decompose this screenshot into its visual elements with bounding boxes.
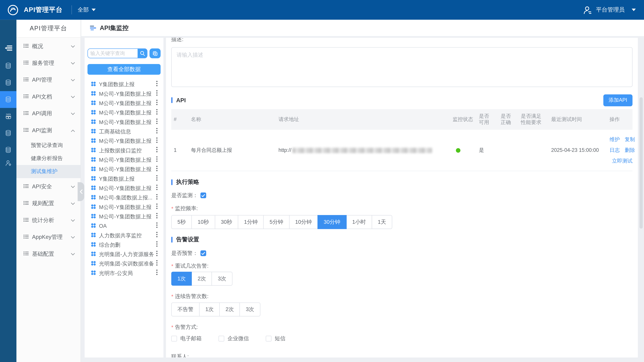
method-checkbox-企业微信[interactable]: 企业微信 <box>218 335 266 342</box>
consecutive-option-3次[interactable]: 3次 <box>240 303 260 317</box>
op-link-复制[interactable]: 复制 <box>625 134 635 145</box>
more-vertical-icon[interactable] <box>156 156 158 164</box>
list-item[interactable]: Y集团数据上报 <box>88 80 161 89</box>
sidebar-item-API监测[interactable]: API监测 <box>16 122 80 139</box>
database-icon[interactable] <box>0 94 16 104</box>
op-link-维护[interactable]: 维护 <box>610 134 620 145</box>
sidebar-item-API文档[interactable]: API文档 <box>16 88 80 105</box>
list-item[interactable]: M公司-Y集团数据上报 <box>88 165 161 174</box>
list-item[interactable]: M公司-集团数据上报... <box>88 193 161 202</box>
add-api-button[interactable]: 添加API <box>603 94 632 106</box>
op-link-立即测试[interactable]: 立即测试 <box>612 156 632 166</box>
list-item[interactable]: M公司-Y集团数据上报 <box>88 98 161 108</box>
retry-option-2次[interactable]: 2次 <box>192 272 212 286</box>
more-vertical-icon[interactable] <box>156 250 158 258</box>
frequency-option-10分钟[interactable]: 10分钟 <box>289 215 318 229</box>
list-item[interactable]: 光明集团-人力资源服务 <box>88 250 161 259</box>
more-vertical-icon[interactable] <box>156 203 158 211</box>
monitor-checkbox[interactable] <box>200 193 206 198</box>
list-item[interactable]: M公司-Y集团数据上报 <box>88 117 161 127</box>
op-link-删除[interactable]: 删除 <box>625 145 635 156</box>
frequency-option-1分钟[interactable]: 1分钟 <box>238 215 264 229</box>
sidebar-item-服务管理[interactable]: 服务管理 <box>16 55 80 71</box>
user-menu[interactable]: 平台管理员 <box>583 5 636 14</box>
sidebar-item-API调用[interactable]: API调用 <box>16 105 80 122</box>
sidebar-subitem-健康分析报告[interactable]: 健康分析报告 <box>16 152 80 165</box>
more-vertical-icon[interactable] <box>156 260 158 268</box>
more-vertical-icon[interactable] <box>156 222 158 230</box>
list-item[interactable]: M公司-Y集团数据上报 <box>88 202 161 212</box>
database-icon[interactable] <box>0 78 16 87</box>
consecutive-option-1次[interactable]: 1次 <box>199 303 220 317</box>
vertical-scrollbar[interactable] <box>640 97 643 229</box>
more-vertical-icon[interactable] <box>156 146 158 154</box>
sidebar-item-基础配置[interactable]: 基础配置 <box>16 245 80 262</box>
more-vertical-icon[interactable] <box>156 175 158 183</box>
retry-option-3次[interactable]: 3次 <box>212 272 232 286</box>
list-item[interactable]: M公司-Y集团数据上报 <box>88 184 161 193</box>
frequency-option-30分钟[interactable]: 30分钟 <box>318 215 346 229</box>
list-item[interactable]: 人力数据共享监控 <box>88 231 161 240</box>
method-checkbox-电子邮箱[interactable]: 电子邮箱 <box>171 335 218 342</box>
consecutive-option-2次[interactable]: 2次 <box>219 303 240 317</box>
frequency-option-5分钟[interactable]: 5分钟 <box>264 215 290 229</box>
search-input[interactable] <box>88 49 138 58</box>
add-collection-button[interactable] <box>150 48 160 58</box>
sidebar-subitem-预警记录查询[interactable]: 预警记录查询 <box>16 139 80 152</box>
sidebar-subitem-测试集维护[interactable]: 测试集维护 <box>16 165 80 178</box>
consecutive-option-不告警[interactable]: 不告警 <box>171 303 200 317</box>
sidebar-item-统计分析[interactable]: 统计分析 <box>16 212 80 229</box>
sidebar-item-API管理[interactable]: API管理 <box>16 71 80 88</box>
list-item[interactable]: 光明集团-实训数据准备 <box>88 259 161 268</box>
list-item[interactable]: 光明市-公安局 <box>88 269 161 278</box>
list-item[interactable]: M公司-Y集团数据上报 <box>88 108 161 117</box>
more-vertical-icon[interactable] <box>156 184 158 192</box>
sidebar-item-概况[interactable]: 概况 <box>16 38 80 54</box>
op-link-日志[interactable]: 日志 <box>610 145 620 156</box>
sidebar-item-AppKey管理[interactable]: AppKey管理 <box>16 229 80 245</box>
list-item[interactable]: M公司-Y集团数据上报 <box>88 136 161 146</box>
prewarn-checkbox[interactable] <box>200 250 206 256</box>
frequency-option-1天[interactable]: 1天 <box>372 215 392 229</box>
list-item[interactable]: M公司-Y集团数据上报 <box>88 155 161 165</box>
database-icon[interactable] <box>0 61 16 70</box>
more-vertical-icon[interactable] <box>156 194 158 202</box>
list-item[interactable]: 综合勿删 <box>88 240 161 250</box>
menu-fold-icon[interactable] <box>0 43 16 53</box>
list-item[interactable]: M公司-Y集团数据上报 <box>88 89 161 98</box>
more-vertical-icon[interactable] <box>156 118 158 126</box>
scope-dropdown[interactable]: 全部 <box>78 6 96 13</box>
more-vertical-icon[interactable] <box>156 99 158 107</box>
list-item[interactable]: OA <box>88 221 161 231</box>
more-vertical-icon[interactable] <box>156 128 158 136</box>
more-vertical-icon[interactable] <box>156 213 158 221</box>
search-button[interactable] <box>138 49 147 58</box>
more-vertical-icon[interactable] <box>156 231 158 239</box>
frequency-option-30秒[interactable]: 30秒 <box>215 215 238 229</box>
more-vertical-icon[interactable] <box>156 165 158 173</box>
sidebar-item-规则配置[interactable]: 规则配置 <box>16 195 80 212</box>
list-item[interactable]: 上报数据接口监控 <box>88 146 161 155</box>
retry-option-1次[interactable]: 1次 <box>171 272 192 286</box>
sidebar-collapse-handle[interactable] <box>78 182 84 201</box>
more-vertical-icon[interactable] <box>156 109 158 117</box>
more-vertical-icon[interactable] <box>156 269 158 277</box>
sidebar-item-API安全[interactable]: API安全 <box>16 178 80 195</box>
list-item[interactable]: Y集团数据上报 <box>88 174 161 183</box>
more-vertical-icon[interactable] <box>156 80 158 88</box>
database-icon[interactable] <box>0 145 16 155</box>
list-item[interactable]: 工商基础信息 <box>88 127 161 136</box>
more-vertical-icon[interactable] <box>156 241 158 249</box>
frequency-option-10秒[interactable]: 10秒 <box>192 215 215 229</box>
frequency-option-1小时[interactable]: 1小时 <box>346 215 372 229</box>
user-gear-icon[interactable] <box>0 158 16 168</box>
description-textarea[interactable] <box>171 47 632 87</box>
method-checkbox-短信[interactable]: 短信 <box>266 335 313 342</box>
list-item[interactable]: M公司-Y集团数据上报 <box>88 212 161 221</box>
data-share-icon[interactable]: DATA <box>0 111 16 121</box>
frequency-option-5秒[interactable]: 5秒 <box>171 215 192 229</box>
more-vertical-icon[interactable] <box>156 90 158 98</box>
view-all-data-button[interactable]: 查看全部数据 <box>88 64 161 75</box>
database-icon[interactable] <box>0 128 16 138</box>
more-vertical-icon[interactable] <box>156 137 158 145</box>
